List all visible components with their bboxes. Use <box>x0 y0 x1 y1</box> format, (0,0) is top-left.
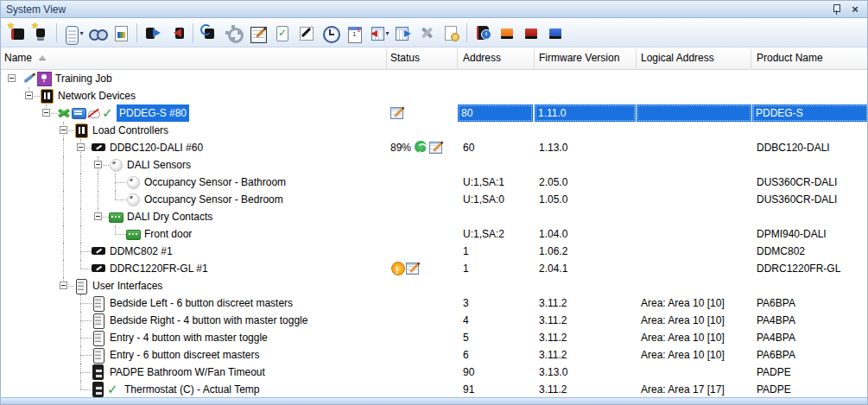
tree-expander-minus[interactable] <box>94 161 102 168</box>
tree-item-label[interactable]: Bedside Left - 6 button discreet masters <box>107 294 295 312</box>
tree-item-label[interactable]: Network Devices <box>55 87 138 104</box>
tools-icon <box>418 24 435 41</box>
calendar-button[interactable] <box>343 22 365 44</box>
tree-row[interactable]: Occupancy Sensor - BathroomU:1,SA:12.05.… <box>1 174 867 191</box>
export-data-button[interactable] <box>391 22 414 44</box>
tree-item-label[interactable]: DDBC120-DALI #60 <box>107 139 206 156</box>
module-orange-button[interactable] <box>496 22 518 44</box>
firmware-cell <box>535 208 634 225</box>
tree-row[interactable]: Entry - 6 button discreet masters63.11.2… <box>1 346 867 364</box>
tree-item-label[interactable]: PDDEG-S #80 <box>117 104 189 122</box>
tree-item-label[interactable]: Training Job <box>53 70 115 87</box>
tree-guide-line <box>80 338 81 346</box>
column-header-status[interactable]: Status <box>390 47 420 70</box>
tree-row[interactable]: DDMC802 #111.06.2DDMC802 <box>1 243 867 260</box>
tree-row[interactable]: PADPE Bathroom W/Fan Timeout903.13.0PADP… <box>1 364 867 381</box>
module-red-button[interactable] <box>520 22 542 44</box>
add-device-button[interactable] <box>5 22 28 44</box>
tree-item-label[interactable]: User Interfaces <box>90 277 165 294</box>
tree-row[interactable]: Front doorU:1,SA:21.04.0DPMI940-DALI <box>1 225 867 243</box>
tree-item-label[interactable]: Entry - 6 button discreet masters <box>107 346 262 364</box>
tree-expander-minus[interactable] <box>8 74 16 82</box>
firmware-cell: 1.04.0 <box>535 225 634 243</box>
tree-item-label[interactable]: PADPE Bathroom W/Fan Timeout <box>107 364 268 381</box>
tree-item-label[interactable]: Bedside Right - 4 button with master tog… <box>107 312 310 329</box>
tree-row[interactable]: Network Devices <box>1 87 867 104</box>
tree-item-label[interactable]: Thermostat (C) - Actual Temp <box>122 381 263 398</box>
tree-row[interactable]: PDDEG-S #80801.11.0PDDEG-S <box>1 104 867 122</box>
tools-button[interactable] <box>415 22 438 44</box>
tree-row[interactable]: DDBC120-DALI #6089% 601.13.0DDBC120-DALI <box>1 139 867 156</box>
column-header-address[interactable]: Address <box>463 47 501 70</box>
tree-item-label[interactable]: Entry - 4 button with master toggle <box>107 329 270 346</box>
logical-cell <box>637 260 749 277</box>
status-cell <box>387 312 461 329</box>
tree-expander-minus[interactable] <box>94 212 102 220</box>
module-blue-icon <box>547 24 564 41</box>
tree-row[interactable]: DALI Dry Contacts <box>1 208 867 225</box>
device-icon <box>92 260 105 277</box>
column-header-name[interactable]: Name <box>4 47 46 70</box>
firmware-cell: 2.04.1 <box>535 260 634 277</box>
sync-device-button[interactable] <box>198 22 220 44</box>
settings-button[interactable] <box>222 22 244 44</box>
add-network-device-icon <box>32 24 49 41</box>
tree-expander-minus[interactable] <box>60 282 67 289</box>
tree-item-label[interactable]: Occupancy Sensor - Bedroom <box>142 191 286 208</box>
tree-item-label[interactable]: DDMC802 #1 <box>107 243 175 260</box>
upload-device-button[interactable] <box>142 22 164 44</box>
column-header-firmware-version[interactable]: Firmware Version <box>539 47 619 70</box>
find-button[interactable] <box>86 22 108 44</box>
tree-expander-minus[interactable] <box>60 126 67 134</box>
tree-expander-minus[interactable] <box>25 92 33 99</box>
edit-note-icon[interactable] <box>406 261 420 275</box>
grid-header: Name Status Address Firmware Version Log… <box>1 47 867 70</box>
contact-folder-icon <box>109 208 123 225</box>
tree-guide-line <box>63 260 64 277</box>
tree-row[interactable]: Thermostat (C) - Actual Temp913.11.2Area… <box>1 381 867 398</box>
tree-row[interactable]: Load Controllers <box>1 122 867 139</box>
edit-note-icon[interactable] <box>429 140 443 154</box>
tree-row[interactable]: Occupancy Sensor - BedroomU:1,SA:01.05.0… <box>1 191 867 208</box>
product-info-button[interactable] <box>472 22 494 44</box>
tree-item-label[interactable]: DDRC1220FR-GL #1 <box>107 260 211 277</box>
tree-guide-line <box>80 260 81 269</box>
download-device-button[interactable] <box>166 22 188 44</box>
tree-item-label[interactable]: Front door <box>142 225 194 243</box>
tree-row[interactable]: Training Job <box>1 70 867 87</box>
firmware-cell: 3.11.2 <box>535 381 634 398</box>
tree-item-label[interactable]: Occupancy Sensor - Bathroom <box>142 174 288 191</box>
wizard-button[interactable] <box>295 22 317 44</box>
sync-icon[interactable] <box>414 140 428 154</box>
add-network-device-button[interactable] <box>29 22 52 44</box>
tree-expander-minus[interactable] <box>42 109 50 117</box>
tree-row[interactable]: Entry - 4 button with master toggle53.11… <box>1 329 867 346</box>
address-cell: 4 <box>459 312 532 329</box>
verify-button[interactable] <box>270 22 293 44</box>
status-cell <box>387 260 461 277</box>
tree-row[interactable]: Bedside Left - 6 button discreet masters… <box>1 294 867 312</box>
column-header-product-name[interactable]: Product Name <box>757 47 823 70</box>
product-cell: DDRC1220FR-GL <box>753 260 867 277</box>
pin-icon[interactable] <box>829 3 843 16</box>
tree-item-label[interactable]: Load Controllers <box>90 122 171 139</box>
edit-note-icon[interactable] <box>390 105 404 119</box>
module-blue-button[interactable] <box>544 22 567 44</box>
warning-icon[interactable] <box>390 261 404 275</box>
import-data-button[interactable]: ▾ <box>367 22 390 44</box>
column-header-logical-address[interactable]: Logical Address <box>641 47 714 70</box>
edit-addresses-button[interactable] <box>246 22 269 44</box>
schedule-button[interactable] <box>319 22 341 44</box>
tree-guide-line <box>98 174 98 191</box>
tree-row[interactable]: User Interfaces <box>1 277 867 294</box>
tree-expander-minus[interactable] <box>77 143 85 151</box>
tree-row[interactable]: DDRC1220FR-GL #112.04.1DDRC1220FR-GL <box>1 260 867 277</box>
close-icon[interactable]: × <box>848 3 862 16</box>
tree-item-label[interactable]: DALI Sensors <box>124 156 193 174</box>
tree-row[interactable]: Bedside Right - 4 button with master tog… <box>1 312 867 329</box>
certificate-button[interactable] <box>440 22 462 44</box>
tree-item-label[interactable]: DALI Dry Contacts <box>124 208 215 225</box>
device-list-button[interactable]: ▾ <box>61 22 84 44</box>
report-button[interactable] <box>110 22 132 44</box>
tree-row[interactable]: DALI Sensors <box>1 156 867 174</box>
